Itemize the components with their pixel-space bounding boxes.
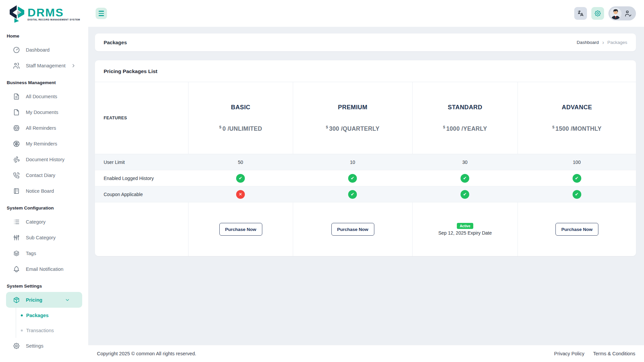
cpu-icon [13, 124, 20, 132]
sidebar-item-settings[interactable]: Settings [0, 338, 88, 354]
logo-mark-icon [7, 4, 25, 23]
footer: Copyright 2025 © common All rights reser… [88, 345, 644, 362]
brand-name: DRMS [28, 7, 80, 18]
chevron-right-icon: › [602, 40, 604, 45]
sidebar-item-document-history[interactable]: Document History [0, 152, 88, 167]
status-icon [348, 190, 357, 199]
topbar [88, 0, 644, 27]
user-menu-button[interactable] [608, 6, 636, 20]
status-icon [461, 190, 469, 199]
copyright-text: Copyright 2025 © common All rights reser… [97, 351, 196, 356]
package-price: $1500 /MONTHLY [552, 125, 601, 132]
package-header-basic: BASIC $0 /UNLIMITED [188, 82, 293, 154]
bell-icon [13, 265, 20, 273]
layers-icon [13, 250, 20, 257]
sidebar-subitem-packages[interactable]: Packages [16, 308, 88, 323]
sidebar-item-label: Sub Category [26, 235, 83, 240]
price-value: 1000 /YEARLY [446, 125, 487, 132]
status-icon [348, 174, 357, 183]
brand-tagline: DIGITAL RECORD MANAGEMENT SYSTEM [28, 19, 80, 21]
sidebar-item-label: All Reminders [26, 125, 83, 131]
user-limit-value: 100 [518, 154, 636, 170]
sidebar-item-email-notification[interactable]: Email Notification [0, 261, 88, 277]
pricing-table: FEATURES BASIC $0 /UNLIMITED PREMIUM $30… [95, 82, 636, 256]
sidebar-item-pricing[interactable]: Pricing [6, 292, 82, 308]
purchase-now-button-advance[interactable]: Purchase Now [555, 223, 598, 236]
sidebar-item-tags[interactable]: Tags [0, 245, 88, 261]
status-icon [461, 174, 469, 183]
sidebar-item-staff-management[interactable]: Staff Management [0, 58, 88, 73]
file-text-icon [13, 93, 20, 100]
package-header-standard: STANDARD $1000 /YEARLY [412, 82, 518, 154]
sidebar-item-notice-board[interactable]: Notice Board [0, 183, 88, 199]
sidebar-subitem-transactions[interactable]: Transactions [16, 323, 88, 338]
user-limit-value: 50 [188, 154, 293, 170]
sidebar-toggle-button[interactable] [96, 8, 107, 19]
sidebar-item-label: Tags [26, 251, 83, 256]
page-content: Packages Dashboard › Packages Pricing Pa… [88, 27, 644, 345]
terms-conditions-link[interactable]: Terms & Conditions [593, 351, 635, 356]
price-value: 300 /QUARTERLY [329, 125, 379, 132]
chevron-right-icon [70, 63, 77, 68]
sidebar-subitem-label: Transactions [26, 328, 54, 333]
user-limit-value: 30 [412, 154, 518, 170]
package-icon [13, 296, 20, 304]
language-button[interactable] [574, 7, 587, 20]
sidebar-item-label: My Reminders [26, 141, 83, 146]
status-icon [236, 190, 245, 199]
user-check-icon [625, 10, 632, 17]
file-icon [13, 109, 20, 116]
logged-history-cell [412, 170, 518, 186]
section-business-management: Business Management [0, 73, 88, 88]
app-logo[interactable]: DRMS DIGITAL RECORD MANAGEMENT SYSTEM [0, 0, 88, 27]
currency-symbol: $ [443, 125, 445, 129]
package-name: PREMIUM [338, 104, 368, 111]
sidebar-item-dashboard[interactable]: Dashboard [0, 42, 88, 58]
package-name: BASIC [231, 104, 250, 111]
bullet-icon [21, 314, 23, 316]
features-header: FEATURES [95, 82, 188, 154]
sidebar-item-sub-category[interactable]: Sub Category [0, 230, 88, 245]
breadcrumb-dashboard[interactable]: Dashboard [577, 40, 599, 45]
logged-history-cell [518, 170, 636, 186]
purchase-now-button-basic[interactable]: Purchase Now [219, 223, 262, 236]
sidebar-item-contact-diary[interactable]: Contact Diary [0, 167, 88, 183]
status-icon [573, 174, 581, 183]
phone-call-icon [13, 172, 20, 179]
sidebar-item-label: Email Notification [26, 266, 83, 272]
sidebar-item-label: Staff Management [26, 63, 70, 68]
logged-history-cell [188, 170, 293, 186]
sidebar-item-label: Document History [26, 157, 83, 162]
settings-button[interactable] [591, 7, 604, 20]
section-system-settings: System Settings [0, 277, 88, 292]
price-value: 0 /UNLIMITED [222, 125, 262, 132]
translate-icon [577, 10, 584, 17]
sidebar-item-label: Settings [26, 343, 83, 349]
sidebar-item-label: Notice Board [26, 188, 83, 194]
pricing-submenu: Packages Transactions [16, 308, 88, 338]
wind-icon [13, 156, 20, 163]
coupon-cell [412, 186, 518, 202]
feature-row-label: Enabled Logged History [95, 170, 188, 186]
package-name: ADVANCE [562, 104, 592, 111]
avatar [610, 8, 622, 19]
pricing-list-heading: Pricing Packages List [95, 60, 636, 82]
actions-spacer [95, 202, 188, 256]
package-price: $0 /UNLIMITED [219, 125, 262, 132]
notebook-icon [13, 187, 20, 195]
advance-action-cell: Purchase Now [518, 202, 636, 256]
status-icon [573, 190, 581, 199]
sidebar-item-all-documents[interactable]: All Documents [0, 88, 88, 104]
sidebar-item-all-reminders[interactable]: All Reminders [0, 120, 88, 136]
privacy-policy-link[interactable]: Privacy Policy [554, 351, 584, 356]
purchase-now-button-premium[interactable]: Purchase Now [331, 223, 374, 236]
bullet-icon [21, 329, 23, 331]
currency-symbol: $ [219, 125, 221, 129]
sidebar-item-my-reminders[interactable]: My Reminders [0, 136, 88, 152]
sidebar-item-category[interactable]: Category [0, 214, 88, 230]
section-system-configuration: System Configuration [0, 199, 88, 214]
active-status-badge: Active [457, 223, 474, 229]
gear-icon [13, 342, 20, 350]
sidebar-item-my-documents[interactable]: My Documents [0, 104, 88, 120]
feature-row-label: Coupon Applicable [95, 186, 188, 202]
